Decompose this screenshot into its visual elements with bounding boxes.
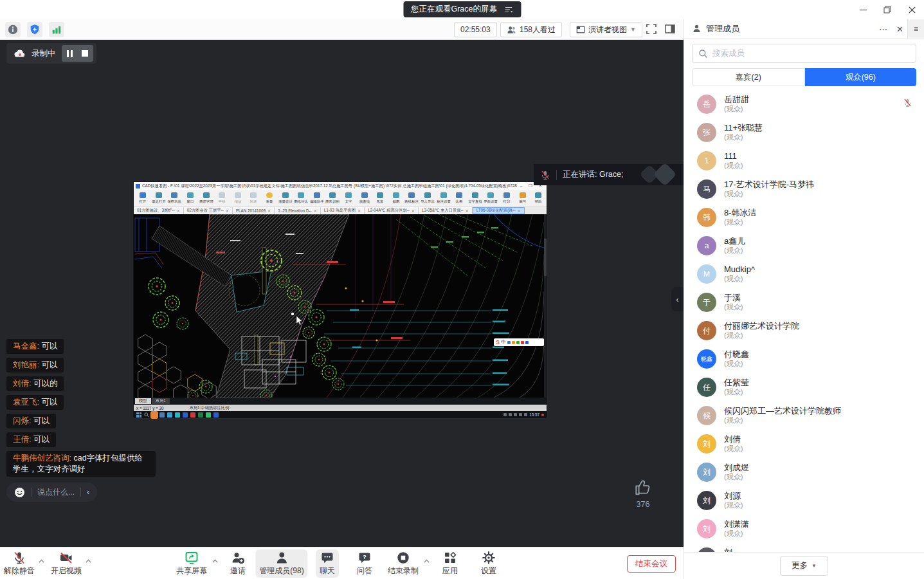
taskbar-app-icon[interactable] <box>190 412 195 418</box>
close-icon[interactable]: ✕ <box>466 208 469 213</box>
panel-close-icon[interactable]: ✕ <box>896 24 903 34</box>
member-row[interactable]: aa鑫儿(观众) <box>684 232 924 260</box>
cad-menu-item[interactable]: 图层管理 <box>198 192 214 205</box>
cad-menu-item[interactable]: 界面设置 <box>483 192 499 205</box>
toolbar-members-button[interactable]: 管理成员(98) <box>255 549 307 578</box>
member-row[interactable]: 张11+张聪慧(观众) <box>684 118 924 147</box>
cad-menu-item[interactable]: 比例 <box>451 192 467 205</box>
cad-menu-item[interactable]: 打印 <box>499 192 515 205</box>
member-search-input[interactable] <box>712 49 910 58</box>
like-widget[interactable]: 376 <box>632 479 654 509</box>
cad-menu-item[interactable]: 最近打开 <box>151 192 167 205</box>
taskbar-app-icon[interactable] <box>159 412 165 418</box>
close-icon[interactable]: ✕ <box>517 208 520 213</box>
chat-input-bar[interactable]: 说点什么... ‹ <box>6 482 97 502</box>
toolbar-apps-button[interactable]: 应用 <box>439 549 462 578</box>
toolbar-qa-button[interactable]: ?问答 <box>353 549 376 578</box>
close-icon[interactable]: ✕ <box>226 208 229 213</box>
cad-document-tab[interactable]: PLAN 20141009✕ <box>233 207 275 214</box>
member-row[interactable]: 付付丽娜艺术设计学院(观众) <box>684 317 924 345</box>
panel-menu-icon[interactable]: ≡ <box>907 19 924 39</box>
taskbar-app-icon[interactable] <box>206 412 211 418</box>
cad-document-tab[interactable]: L3-05&℃ 主入口景观--✕ <box>419 207 473 214</box>
pause-recording-button[interactable] <box>67 50 73 57</box>
cad-menu-item[interactable]: 测量统计 <box>277 192 293 205</box>
member-row[interactable]: 于于溪(观众) <box>684 288 924 317</box>
cad-menu-item[interactable]: 路线标注 <box>404 192 420 205</box>
panel-collapse-handle[interactable]: ‹ <box>671 287 684 311</box>
minimize-button[interactable] <box>851 0 875 19</box>
cad-menu-item[interactable]: 保存本地 <box>167 192 183 205</box>
member-search[interactable] <box>692 44 916 63</box>
chevron-up-icon[interactable] <box>424 554 430 565</box>
view-mode-dropdown[interactable]: 演讲者视图 ▼ <box>570 22 642 37</box>
cad-document-tab[interactable]: 1:-25 Elevation D--✕ <box>275 207 321 214</box>
cad-document-tab[interactable]: 01方图施设、3层扩--✕ <box>134 207 184 214</box>
cad-menu-item[interactable]: 标注设置 <box>435 192 451 205</box>
close-icon[interactable]: ✕ <box>177 208 180 213</box>
restore-button[interactable] <box>875 0 900 19</box>
member-row[interactable]: 刘刘成煜(观众) <box>684 458 924 486</box>
close-icon[interactable]: ✕ <box>358 208 361 213</box>
toolbar-camera-muted-button[interactable]: 开启视频 <box>47 549 86 578</box>
member-row[interactable]: 候候闪闪郑工—艺术设计学院教师(观众) <box>684 401 924 430</box>
cad-menu-item[interactable]: 截图 <box>388 192 404 205</box>
cad-menu-item[interactable]: 缩放 <box>230 192 246 205</box>
cad-menu-item[interactable]: 测量 <box>262 192 278 205</box>
member-row[interactable]: 韩8-韩冰洁(观众) <box>684 203 924 232</box>
member-row[interactable]: 马17-艺术设计学院-马梦祎(观众) <box>684 175 924 203</box>
cad-menu-item[interactable]: 打开 <box>135 192 151 205</box>
chat-collapse-icon[interactable]: ‹ <box>87 488 89 497</box>
taskbar-app-icon[interactable] <box>213 412 219 418</box>
toolbar-share-screen-button[interactable]: 共享屏幕 <box>172 549 211 578</box>
member-list[interactable]: 岳岳甜甜(观众)张11+张聪慧(观众)1111(观众)马17-艺术设计学院-马梦… <box>684 90 924 552</box>
cad-menu-item[interactable]: 面查找 <box>356 192 372 205</box>
tab-guests[interactable]: 嘉宾(2) <box>692 68 805 86</box>
taskbar-app-icon[interactable] <box>167 412 172 418</box>
cad-document-tab[interactable]: L1-03 鸟岛平面图✕ <box>321 207 365 214</box>
toolbar-mic-muted-button[interactable]: 解除静音 <box>0 549 39 578</box>
security-shield-icon[interactable] <box>27 22 42 37</box>
member-row[interactable]: 任任紫莹(观众) <box>684 373 924 401</box>
network-signal-icon[interactable] <box>49 22 64 37</box>
member-row[interactable]: 岳岳甜甜(观众) <box>684 90 924 118</box>
cad-document-tab[interactable]: LT06-08绿化配置(晚--✕ <box>473 207 525 214</box>
close-button[interactable] <box>900 0 924 19</box>
close-icon[interactable]: ✕ <box>314 208 317 213</box>
member-row[interactable]: 刘刘源(观众) <box>684 486 924 515</box>
taskbar-app-icon[interactable] <box>198 412 203 418</box>
banner-menu-icon[interactable] <box>503 5 513 14</box>
chevron-up-icon[interactable] <box>86 554 91 565</box>
side-panel-toggle-icon[interactable] <box>664 23 676 35</box>
cad-menu-item[interactable]: 形套 <box>372 192 388 205</box>
close-icon[interactable]: ✕ <box>267 208 271 213</box>
taskbar-app-icon[interactable] <box>175 412 180 418</box>
toolbar-chat-button[interactable]: 聊天 <box>316 549 339 578</box>
cad-menu-item[interactable]: 编辑助手 <box>309 192 325 205</box>
chevron-up-icon[interactable] <box>212 554 218 565</box>
cad-document-tab[interactable]: 02方图会首 三层平--✕ <box>184 207 233 214</box>
chevron-up-icon[interactable] <box>39 554 44 565</box>
close-icon[interactable]: ✕ <box>412 208 415 213</box>
cad-menu-item[interactable]: 图形识别 <box>325 192 341 205</box>
member-row[interactable]: 1111(观众) <box>684 147 924 175</box>
taskbar-app-icon[interactable] <box>183 412 188 418</box>
tab-audience[interactable]: 观众(96) <box>805 68 917 86</box>
cad-document-tab[interactable]: L2-04A℃ 标高分区划--✕ <box>365 207 419 214</box>
cad-menu-item[interactable]: 帮助 <box>530 192 547 205</box>
cad-menu-item[interactable]: 文字 <box>341 192 357 205</box>
meeting-info-icon[interactable] <box>5 22 21 37</box>
stop-recording-button[interactable] <box>82 50 88 57</box>
cad-menu-item[interactable]: 图纸对比 <box>293 192 309 205</box>
member-row[interactable]: 刘刘倩(观众) <box>684 430 924 458</box>
cad-menu-item[interactable]: 账号 <box>514 192 530 205</box>
member-row[interactable]: 刘刘..(观众) <box>684 543 924 552</box>
viewers-count[interactable]: 158人看过 <box>500 22 562 37</box>
cad-scrollbar[interactable] <box>544 214 547 398</box>
member-row[interactable]: MMudkip^(观众) <box>684 260 924 288</box>
cad-menu-item[interactable]: 平移 <box>214 192 230 205</box>
thumbs-up-icon[interactable] <box>633 479 653 497</box>
more-button[interactable]: 更多 ▼ <box>780 556 828 576</box>
cad-menu-item[interactable]: 回退 <box>246 192 262 205</box>
chat-input-placeholder[interactable]: 说点什么... <box>37 487 75 498</box>
